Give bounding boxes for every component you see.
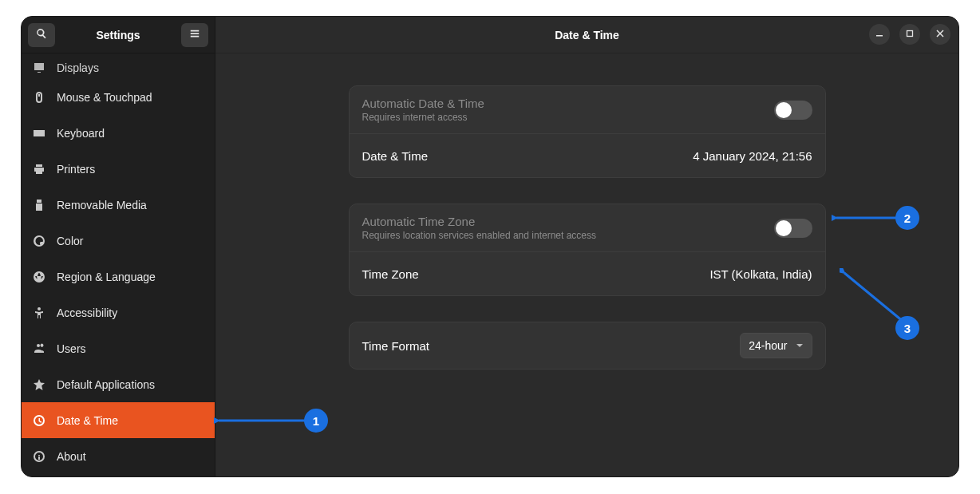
date-time-value: 4 January 2024, 21:56 xyxy=(693,149,812,163)
hamburger-button[interactable] xyxy=(181,23,208,47)
clock-icon xyxy=(33,414,45,427)
minimize-icon xyxy=(875,27,884,41)
timezone-value: IST (Kolkata, India) xyxy=(709,267,812,281)
sidebar: Settings Displays Mouse & Touchpad Keybo… xyxy=(22,17,215,476)
sidebar-item-label: Printers xyxy=(57,163,95,176)
sidebar-item-label: Accessibility xyxy=(57,306,117,319)
sidebar-item-label: Region & Language xyxy=(57,271,156,283)
sidebar-item-keyboard[interactable]: Keyboard xyxy=(22,115,215,151)
sidebar-item-users[interactable]: Users xyxy=(22,330,215,366)
minimize-button[interactable] xyxy=(869,24,890,45)
date-time-label: Date & Time xyxy=(362,149,429,163)
sidebar-item-label: Keyboard xyxy=(57,127,105,140)
content-inner: Automatic Date & Time Requires internet … xyxy=(349,85,826,476)
sidebar-item-about[interactable]: About xyxy=(22,438,215,474)
sidebar-item-label: Displays xyxy=(57,61,99,74)
star-icon xyxy=(33,378,45,391)
date-time-row[interactable]: Date & Time 4 January 2024, 21:56 xyxy=(350,133,825,177)
keyboard-icon xyxy=(33,127,45,140)
sidebar-item-label: Users xyxy=(57,342,86,355)
sidebar-item-default-apps[interactable]: Default Applications xyxy=(22,366,215,402)
mouse-icon xyxy=(33,91,45,104)
sidebar-title: Settings xyxy=(60,29,176,41)
sidebar-item-mouse[interactable]: Mouse & Touchpad xyxy=(22,79,215,115)
time-format-select[interactable]: 24-hour xyxy=(740,333,812,358)
close-icon xyxy=(935,27,945,41)
hamburger-icon xyxy=(189,28,200,42)
sidebar-item-accessibility[interactable]: Accessibility xyxy=(22,294,215,330)
auto-date-time-switch[interactable] xyxy=(774,101,812,120)
sidebar-item-color[interactable]: Color xyxy=(22,223,215,259)
usb-icon xyxy=(33,199,45,211)
timezone-group: Automatic Time Zone Requires location se… xyxy=(349,204,826,296)
sidebar-item-region[interactable]: Region & Language xyxy=(22,259,215,294)
sidebar-item-label: About xyxy=(57,450,86,463)
auto-timezone-sub: Requires location services enabled and i… xyxy=(362,230,597,241)
time-format-row: Time Format 24-hour xyxy=(350,322,825,369)
sidebar-item-label: Color xyxy=(57,235,83,247)
info-icon xyxy=(33,450,45,463)
window-controls xyxy=(869,24,950,45)
users-icon xyxy=(33,342,45,355)
auto-date-time-sub: Requires internet access xyxy=(362,112,484,123)
sidebar-list[interactable]: Displays Mouse & Touchpad Keyboard Print… xyxy=(22,53,215,476)
main-pane: Date & Time Automatic Date & Time xyxy=(215,17,958,476)
settings-window: Settings Displays Mouse & Touchpad Keybo… xyxy=(21,16,959,477)
sidebar-header: Settings xyxy=(22,17,215,53)
svg-rect-0 xyxy=(876,35,883,37)
chevron-down-icon xyxy=(796,339,804,352)
sidebar-item-printers[interactable]: Printers xyxy=(22,151,215,187)
svg-rect-1 xyxy=(907,31,913,37)
sidebar-item-label: Default Applications xyxy=(57,378,155,391)
color-icon xyxy=(33,235,45,247)
close-button[interactable] xyxy=(930,24,950,45)
content: Automatic Date & Time Requires internet … xyxy=(215,53,958,476)
time-format-label: Time Format xyxy=(362,339,429,353)
timezone-row[interactable]: Time Zone IST (Kolkata, India) xyxy=(350,251,825,295)
auto-date-time-label: Automatic Date & Time xyxy=(362,97,484,110)
sidebar-item-displays[interactable]: Displays xyxy=(22,55,215,79)
date-time-group: Automatic Date & Time Requires internet … xyxy=(349,85,826,178)
search-icon xyxy=(36,28,47,42)
auto-timezone-label: Automatic Time Zone xyxy=(362,215,597,228)
page-title: Date & Time xyxy=(555,29,619,41)
globe-icon xyxy=(33,271,45,283)
sidebar-item-removable[interactable]: Removable Media xyxy=(22,187,215,223)
main-header: Date & Time xyxy=(215,17,958,53)
sidebar-item-label: Date & Time xyxy=(57,414,118,427)
printer-icon xyxy=(33,163,45,176)
sidebar-item-date-time[interactable]: Date & Time xyxy=(22,402,215,438)
timezone-label: Time Zone xyxy=(362,267,419,281)
auto-date-time-row: Automatic Date & Time Requires internet … xyxy=(350,86,825,133)
time-format-value: 24-hour xyxy=(749,339,787,352)
sidebar-item-label: Mouse & Touchpad xyxy=(57,91,152,104)
auto-timezone-switch[interactable] xyxy=(774,219,812,238)
sidebar-item-label: Removable Media xyxy=(57,199,147,211)
display-icon xyxy=(33,61,45,74)
accessibility-icon xyxy=(33,306,45,319)
maximize-button[interactable] xyxy=(899,24,920,45)
format-group: Time Format 24-hour xyxy=(349,322,826,370)
maximize-icon xyxy=(905,27,915,41)
auto-timezone-row: Automatic Time Zone Requires location se… xyxy=(350,204,825,251)
search-button[interactable] xyxy=(28,23,55,47)
